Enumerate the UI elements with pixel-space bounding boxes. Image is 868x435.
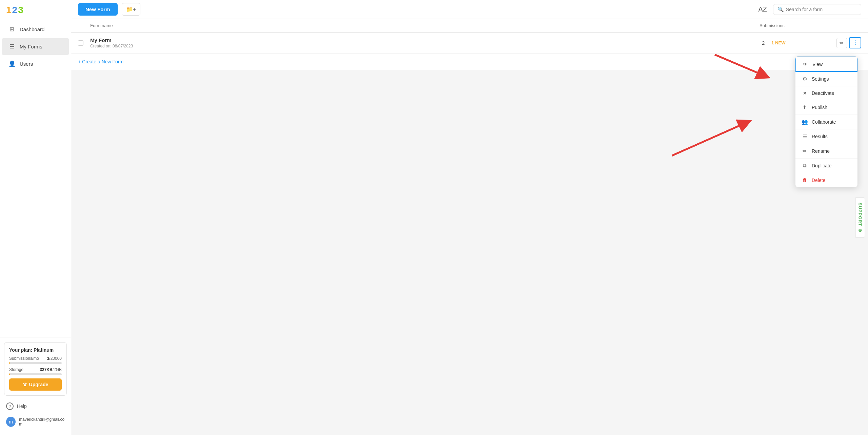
main-area: New Form 📁+ AZ 🔍 Form name Submissions [71,0,868,435]
results-icon: ☰ [802,133,808,140]
form-name: My Form [90,37,762,43]
edit-icon: ✏ [840,40,844,46]
support-tab[interactable]: SUPPORT ⊕ [855,198,865,237]
dropdown-label-settings: Settings [812,76,829,82]
new-folder-button[interactable]: 📁+ [122,3,140,16]
plan-title: Your plan: Platinum [9,347,62,353]
dropdown-item-settings[interactable]: ⚙ Settings [795,72,857,86]
form-created: Created on: 08/07/2023 [90,44,762,48]
help-icon: ? [6,402,14,410]
dropdown-label-collaborate: Collaborate [812,119,836,125]
svg-line-2 [672,123,746,156]
support-label: SUPPORT [858,203,863,226]
sidebar-item-label-myforms: My Forms [20,44,42,49]
folder-icon: 📁+ [126,6,136,12]
avatar: m [6,417,16,427]
annotation-arrows [71,19,868,435]
upgrade-label: Upgrade [29,382,48,387]
row-actions: ✏ ⋮ [836,37,861,48]
logo-digit3: 3 [18,5,24,15]
sidebar-item-label-dashboard: Dashboard [20,26,44,32]
deactivate-icon: ✕ [802,91,808,96]
search-icon: 🔍 [777,6,784,13]
content-area: Form name Submissions My Form Created on… [71,19,868,435]
plan-storage-stat: Storage 327KB/2GB [9,367,62,372]
dropdown-item-deactivate[interactable]: ✕ Deactivate [795,86,857,100]
submissions-bar [9,362,62,364]
storage-bar-fill [9,373,10,375]
duplicate-icon: ⧉ [802,163,808,169]
sidebar-item-users[interactable]: 👤 Users [2,56,69,72]
logo-digit2: 2 [12,5,18,15]
col-submissions-header: Submissions [760,23,834,28]
upgrade-icon: ♛ [23,382,27,387]
create-new-form-link[interactable]: + Create a New Form [71,54,868,70]
plan-box: Your plan: Platinum Submissions/mo 3/200… [4,342,67,396]
sidebar-bottom: Your plan: Platinum Submissions/mo 3/200… [0,337,71,435]
submissions-value: 3/20000 [47,356,62,361]
search-wrapper: 🔍 [773,4,861,15]
dropdown-label-view: View [812,62,823,67]
table-header: Form name Submissions [71,19,868,33]
sort-icon: AZ [758,5,767,13]
rename-icon: ✏ [802,148,808,154]
form-name-cell: My Form Created on: 08/07/2023 [90,37,762,48]
sidebar-help[interactable]: ? Help [4,399,67,413]
logo: 123 [0,0,71,20]
sidebar-user: m maverickandrii@gmail.com [4,413,67,430]
forms-table: Form name Submissions My Form Created on… [71,19,868,70]
more-icon: ⋮ [852,40,858,46]
sidebar: 123 ⊞ Dashboard ☰ My Forms 👤 Users Your … [0,0,71,435]
storage-value: 327KB/2GB [40,367,62,372]
sidebar-item-dashboard[interactable]: ⊞ Dashboard [2,21,69,38]
forms-icon: ☰ [8,43,16,50]
sidebar-item-label-users: Users [20,61,33,67]
new-badge: 1 NEW [771,40,785,45]
dropdown-item-rename[interactable]: ✏ Rename [795,144,857,159]
dropdown-label-duplicate: Duplicate [812,163,831,168]
submissions-bar-fill [9,362,10,364]
form-row: My Form Created on: 08/07/2023 2 1 NEW ✏… [71,33,868,54]
more-button[interactable]: ⋮ [849,37,861,48]
search-input[interactable] [786,7,857,12]
dropdown-item-publish[interactable]: ⬆ Publish [795,100,857,115]
sidebar-nav: ⊞ Dashboard ☰ My Forms 👤 Users [0,20,71,337]
dropdown-label-results: Results [812,134,828,139]
plan-submissions-stat: Submissions/mo 3/20000 [9,356,62,361]
sort-button[interactable]: AZ [756,3,769,15]
publish-icon: ⬆ [802,104,808,110]
storage-bar [9,373,62,375]
help-label: Help [17,403,27,409]
col-name-header: Form name [90,23,760,28]
collaborate-icon: 👥 [802,119,808,125]
dropdown-item-collaborate[interactable]: 👥 Collaborate [795,115,857,129]
form-checkbox[interactable] [78,40,83,46]
settings-icon: ⚙ [802,76,808,82]
dropdown-item-duplicate[interactable]: ⧉ Duplicate [795,159,857,173]
submissions-count: 2 [762,40,765,46]
sidebar-item-myforms[interactable]: ☰ My Forms [2,38,69,55]
dropdown-label-deactivate: Deactivate [812,90,834,96]
dropdown-label-delete: Delete [812,178,825,183]
view-icon: 👁 [802,61,808,67]
submissions-cell: 2 1 NEW [762,40,836,46]
dropdown-item-results[interactable]: ☰ Results [795,129,857,144]
edit-button[interactable]: ✏ [836,38,847,48]
dropdown-menu: 👁 View ⚙ Settings ✕ Deactivate ⬆ Publish… [795,56,858,187]
dropdown-item-view[interactable]: 👁 View [795,57,857,72]
dropdown-label-rename: Rename [812,148,830,154]
users-icon: 👤 [8,60,16,67]
dashboard-icon: ⊞ [8,26,16,33]
dropdown-item-delete[interactable]: 🗑 Delete [795,173,857,187]
user-email: maverickandrii@gmail.com [19,417,65,427]
storage-label: Storage [9,367,23,372]
dropdown-label-publish: Publish [812,105,827,110]
logo-digit1: 1 [6,5,12,15]
support-icon: ⊕ [858,228,863,232]
upgrade-button[interactable]: ♛ Upgrade [9,378,62,391]
delete-icon: 🗑 [802,177,808,183]
new-form-button[interactable]: New Form [78,3,118,16]
topbar: New Form 📁+ AZ 🔍 [71,0,868,19]
submissions-label: Submissions/mo [9,356,39,361]
